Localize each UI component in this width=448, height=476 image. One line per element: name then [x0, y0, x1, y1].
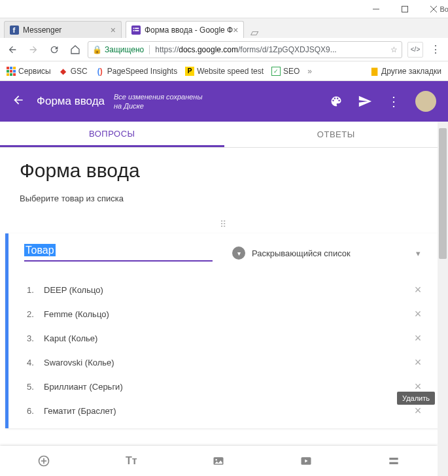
new-tab-button[interactable]: ▱ — [248, 26, 261, 38]
add-section-button[interactable] — [350, 454, 438, 468]
tab-strip: f Messenger × Форма ввода - Google Ф × ▱ — [0, 18, 448, 38]
svg-rect-18 — [10, 73, 12, 76]
devtools-icon[interactable]: </> — [407, 42, 423, 58]
url-prefix: https:// — [149, 45, 179, 54]
svg-rect-16 — [13, 70, 16, 73]
bookmark-gsc[interactable]: ◆GSC — [59, 67, 88, 76]
option-row[interactable]: 6.Гематит (Браслет)× — [24, 399, 427, 423]
option-text[interactable]: Гематит (Браслет) — [44, 406, 405, 416]
form-title[interactable]: Форма ввода — [20, 160, 428, 182]
header-title: Форма ввода — [37, 95, 105, 108]
wst-icon: P — [185, 67, 194, 76]
remove-option-icon[interactable]: × — [411, 283, 424, 297]
chevron-down-icon: ▾ — [416, 248, 421, 258]
tab-responses[interactable]: ОТВЕТЫ — [224, 122, 449, 147]
bookmark-seo[interactable]: ✓SEO — [271, 67, 300, 76]
svg-point-24 — [216, 459, 218, 461]
browser-menu[interactable]: ⋮ — [427, 41, 444, 58]
add-video-button[interactable] — [262, 454, 350, 468]
add-title-button[interactable]: Тт — [88, 455, 175, 467]
option-row[interactable]: 5.Бриллиант (Серьги)× — [24, 375, 427, 399]
tab-close-icon[interactable]: × — [111, 25, 116, 35]
option-text[interactable]: DEEP (Кольцо) — [44, 285, 405, 295]
question-type-select[interactable]: ▾ Раскрывающийся список ▾ — [226, 241, 427, 265]
svg-rect-12 — [10, 67, 12, 69]
window-user: Boris — [439, 5, 448, 13]
form-description[interactable]: Выберите товар из списка — [20, 194, 428, 203]
palette-icon[interactable] — [329, 94, 343, 109]
question-title-input[interactable]: Товар — [24, 245, 213, 262]
svg-rect-9 — [133, 30, 135, 31]
facebook-icon: f — [10, 26, 19, 35]
side-toolbar: Тт — [0, 446, 438, 476]
question-card[interactable]: Товар ▾ Раскрывающийся список ▾ 1.DEEP (… — [5, 233, 443, 428]
bookmark-overflow[interactable]: » — [307, 67, 312, 76]
nav-home[interactable] — [67, 41, 84, 58]
option-row[interactable]: 4.Swarovski (Колье)× — [24, 350, 427, 375]
svg-rect-14 — [7, 70, 9, 73]
remove-option-icon[interactable]: × — [411, 307, 424, 321]
tab-close-icon[interactable]: × — [233, 25, 238, 35]
bookmark-wst[interactable]: PWebsite speed test — [185, 67, 264, 76]
option-row[interactable]: 3.Kaput (Колье)× — [24, 326, 427, 350]
svg-rect-15 — [10, 70, 12, 73]
option-row[interactable]: 1.DEEP (Кольцо)× — [24, 278, 427, 302]
pagespeed-icon: () — [95, 67, 105, 76]
question-card-wrap: ⠿ Товар ▾ Раскрывающийся список ▾ 1.DEEP… — [0, 215, 448, 428]
remove-option-icon[interactable]: × — [411, 404, 424, 418]
delete-tooltip: Удалить — [397, 392, 435, 405]
google-forms-icon — [131, 26, 141, 35]
send-icon[interactable] — [358, 94, 372, 109]
address-bar[interactable]: 🔒 Защищено https://docs.google.com/forms… — [88, 41, 402, 58]
nav-reload[interactable] — [46, 41, 63, 58]
bookmarks-bar: Сервисы ◆GSC ()PageSpeed Insights PWebsi… — [0, 61, 448, 81]
option-row[interactable]: 2.Femme (Кольцо)× — [24, 302, 427, 326]
drag-handle-icon[interactable]: ⠿ — [5, 215, 443, 233]
forms-header: Форма ввода Все изменения сохраненына Ди… — [0, 81, 448, 122]
star-icon[interactable]: ☆ — [390, 45, 398, 54]
bookmark-pagespeed[interactable]: ()PageSpeed Insights — [95, 67, 177, 76]
svg-rect-8 — [135, 27, 139, 29]
window-maximize[interactable] — [390, 0, 419, 18]
back-button[interactable] — [12, 94, 27, 109]
remove-option-icon[interactable]: × — [411, 356, 424, 369]
apps-icon — [7, 67, 16, 76]
option-text[interactable]: Swarovski (Колье) — [44, 358, 405, 367]
scroll-thumb[interactable] — [439, 128, 447, 259]
svg-rect-11 — [7, 67, 9, 69]
svg-rect-10 — [135, 30, 139, 31]
option-text[interactable]: Kaput (Колье) — [44, 333, 405, 343]
url-host: docs.google.com — [179, 45, 238, 54]
option-text[interactable]: Femme (Кольцо) — [44, 309, 405, 319]
option-text[interactable]: Бриллиант (Серьги) — [44, 382, 405, 392]
lock-icon: 🔒 — [92, 45, 102, 54]
address-bar-row: 🔒 Защищено https://docs.google.com/forms… — [0, 38, 448, 61]
gsc-icon: ◆ — [59, 67, 68, 76]
bookmark-apps[interactable]: Сервисы — [7, 67, 51, 76]
url-path: /forms/d/1ZpGQXDJSQX9... — [238, 45, 337, 54]
avatar[interactable] — [415, 91, 436, 112]
window-titlebar: Boris — [0, 0, 448, 18]
scrollbar[interactable] — [438, 122, 448, 476]
browser-tab-messenger[interactable]: f Messenger × — [4, 21, 122, 38]
add-question-button[interactable] — [0, 454, 88, 468]
svg-rect-26 — [389, 458, 398, 460]
nav-back[interactable] — [4, 41, 21, 58]
svg-rect-27 — [389, 462, 398, 464]
svg-rect-19 — [13, 73, 16, 76]
tab-label: Messenger — [23, 26, 61, 35]
save-status: Все изменения сохраненына Диске — [114, 92, 202, 111]
seo-icon: ✓ — [271, 67, 281, 76]
more-icon[interactable]: ⋮ — [387, 94, 401, 109]
form-header-card: Форма ввода Выберите товар из списка — [0, 148, 448, 215]
tab-questions[interactable]: ВОПРОСЫ — [0, 122, 224, 147]
qa-tabs: ВОПРОСЫ ОТВЕТЫ — [0, 122, 448, 148]
bookmark-other[interactable]: ▇Другие закладки — [370, 67, 441, 76]
secure-label: Защищено — [105, 45, 144, 54]
browser-tab-forms[interactable]: Форма ввода - Google Ф × — [126, 21, 244, 38]
window-minimize[interactable] — [362, 0, 390, 18]
tab-label: Форма ввода - Google Ф — [145, 26, 233, 35]
svg-rect-7 — [133, 27, 135, 29]
add-image-button[interactable] — [175, 454, 263, 468]
remove-option-icon[interactable]: × — [411, 332, 424, 345]
